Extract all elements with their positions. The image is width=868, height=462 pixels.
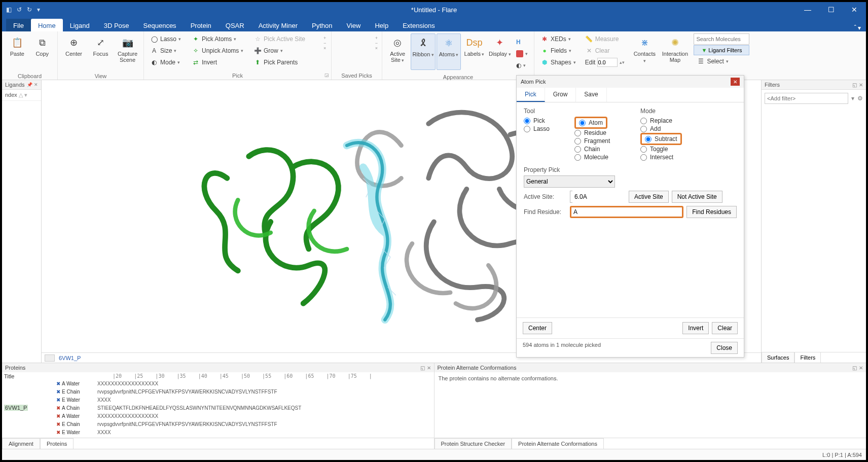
tab-home[interactable]: Home	[31, 19, 63, 31]
radio-target-residue[interactable]: Residue	[574, 129, 625, 137]
atom-pick-tab-save[interactable]: Save	[576, 88, 606, 102]
tab-view[interactable]: View	[339, 19, 368, 31]
find-residues-button[interactable]: Find Residues	[686, 206, 737, 218]
mode-button[interactable]: ◐Mode	[147, 57, 188, 68]
ribbon-style-button[interactable]: 🎗Ribbon	[411, 33, 436, 70]
sequence-row[interactable]: 6VW1_P✖A ChainSTIEEQAKTFLDKFNHEAEDLFYQSS…	[4, 404, 432, 412]
chain-visibility-icon[interactable]: ✖	[55, 397, 62, 403]
sequence-row[interactable]: ✖E ChainrvvpsgdvvrfpnitNLCPFGEVFNATKFPSV…	[4, 387, 432, 396]
chain-visibility-icon[interactable]: ✖	[55, 413, 62, 419]
tab-protein[interactable]: Protein	[184, 19, 219, 31]
search-molecules-input[interactable]	[694, 33, 749, 45]
surface-picker[interactable]: ◐	[513, 60, 531, 71]
labels-button[interactable]: DspLabels	[462, 33, 486, 70]
radio-mode-toggle[interactable]: Toggle	[640, 145, 696, 153]
tab-psc[interactable]: Protein Structure Checker	[435, 438, 512, 449]
pick-active-site-button[interactable]: ☆Pick Active Site	[250, 33, 321, 45]
fields-button[interactable]: ●Fields	[537, 45, 579, 56]
tab-pac[interactable]: Protein Alternate Conformations	[512, 438, 604, 449]
viewport-scroll-left[interactable]	[45, 354, 55, 362]
filter-settings-icon[interactable]: ⚙	[857, 95, 863, 102]
radio-target-molecule[interactable]: Molecule	[574, 153, 625, 161]
ap-invert-button[interactable]: Invert	[682, 322, 709, 334]
chain-visibility-icon[interactable]: ✖	[55, 405, 62, 411]
capture-scene-button[interactable]: 📷Capture Scene	[115, 33, 140, 70]
atoms-style-button[interactable]: ⚛Atoms	[437, 33, 461, 70]
atom-pick-tab-pick[interactable]: Pick	[517, 88, 545, 102]
xeds-button[interactable]: ✱XEDs	[537, 33, 579, 45]
panel-float-icon[interactable]: ◱	[852, 82, 857, 88]
tab-qsar[interactable]: QSAR	[219, 19, 251, 31]
contacts-button[interactable]: ⋇Contacts	[631, 33, 658, 70]
grow-button[interactable]: ➕Grow	[250, 45, 321, 56]
viewport-tab-label[interactable]: 6VW1_P	[59, 355, 81, 361]
copy-button[interactable]: ⧉Copy	[30, 33, 55, 70]
tab-file[interactable]: File	[6, 19, 31, 31]
tab-python[interactable]: Python	[305, 19, 339, 31]
not-active-site-button[interactable]: Not Active Site	[672, 191, 722, 203]
radio-tool-lasso[interactable]: Lasso	[524, 125, 559, 133]
shapes-button[interactable]: ⬢Shapes	[537, 57, 579, 68]
sequence-row[interactable]: ✖A WaterXXXXXXXXXXXXXXXXXX	[4, 412, 432, 420]
sequence-row[interactable]: ✖A WaterXXXXXXXXXXXXXXXXXX	[4, 379, 432, 387]
unpick-atoms-button[interactable]: ✧Unpick Atoms	[189, 45, 249, 56]
invert-button[interactable]: ⇄Invert	[189, 57, 249, 68]
ribbon-collapse-icon[interactable]: ˆ ▾	[854, 24, 861, 31]
add-filter-input[interactable]	[765, 93, 848, 104]
tab-ligand[interactable]: Ligand	[63, 19, 97, 31]
focus-button[interactable]: ⤢Focus	[88, 33, 114, 70]
radio-target-fragment[interactable]: Fragment	[574, 137, 625, 145]
center-button[interactable]: ⊕Center	[61, 33, 87, 70]
color-picker[interactable]	[513, 48, 531, 59]
sequence-row[interactable]: ✖E ChainrvvpsgdvvrfpnitNLCPFGEVFNATKFPSV…	[4, 420, 432, 428]
sequence-row[interactable]: ✖E WaterXXXX	[4, 396, 432, 404]
chain-visibility-icon[interactable]: ✖	[55, 389, 62, 395]
pick-atoms-button[interactable]: ✦Pick Atoms	[189, 33, 249, 45]
radio-mode-subtract[interactable]: Subtract	[645, 135, 677, 143]
tab-alignment[interactable]: Alignment	[2, 438, 40, 449]
edit-value-input[interactable]	[597, 58, 618, 67]
radio-tool-pick[interactable]: Pick	[524, 117, 559, 125]
select-button[interactable]: ☰Select	[694, 56, 749, 67]
atom-pick-tab-grow[interactable]: Grow	[545, 88, 576, 102]
chain-visibility-icon[interactable]: ✖	[55, 421, 62, 427]
tab-help[interactable]: Help	[368, 19, 395, 31]
active-site-dropdown[interactable]: ◎Active Site	[385, 33, 410, 70]
ligand-filters-button[interactable]: ▼ Ligand Filters	[694, 45, 749, 55]
tab-sequences[interactable]: Sequences	[136, 19, 184, 31]
measure-button[interactable]: 📏Measure	[582, 33, 628, 45]
clear-button[interactable]: ✕Clear	[582, 45, 628, 56]
pick-parents-button[interactable]: ⬆Pick Parents	[250, 57, 321, 68]
radio-mode-add[interactable]: Add	[640, 125, 696, 133]
maximize-button[interactable]: ☐	[819, 2, 843, 17]
display-button[interactable]: ✦Display	[488, 33, 512, 70]
sequence-row[interactable]: ✖E WaterXXXX	[4, 428, 432, 436]
system-menu-icons[interactable]: ◧↺↻▾	[2, 6, 40, 13]
ligands-col-header[interactable]: ndex △ ▾	[2, 90, 41, 101]
radio-target-atom[interactable]: Atom	[579, 119, 603, 127]
tab-proteins[interactable]: Proteins	[40, 438, 74, 449]
ap-center-button[interactable]: Center	[523, 322, 552, 334]
paste-button[interactable]: 📋Paste	[5, 33, 29, 70]
size-button[interactable]: ASize	[147, 45, 188, 56]
chain-visibility-icon[interactable]: ✖	[55, 381, 62, 386]
minimize-button[interactable]: —	[796, 2, 819, 17]
close-button[interactable]: ✕	[843, 2, 866, 17]
tab-surfaces[interactable]: Surfaces	[762, 352, 794, 363]
chain-visibility-icon[interactable]: ✖	[55, 430, 62, 435]
ap-close-button[interactable]: Close	[711, 342, 738, 354]
atom-pick-close-icon[interactable]: ✕	[731, 78, 740, 86]
pick-group-launcher-icon[interactable]: ◲	[324, 73, 329, 78]
find-residue-input[interactable]	[570, 206, 683, 218]
panel-close-icon[interactable]: ✕	[859, 82, 863, 88]
property-pick-select[interactable]: General	[524, 175, 615, 188]
radio-target-chain[interactable]: Chain	[574, 145, 625, 153]
interaction-map-button[interactable]: ✺Interaction Map	[661, 33, 689, 70]
tab-activity-miner[interactable]: Activity Miner	[251, 19, 305, 31]
tab-extensions[interactable]: Extensions	[395, 19, 442, 31]
tab-3dpose[interactable]: 3D Pose	[97, 19, 136, 31]
panel-pin-icon[interactable]: 📌 ✕	[27, 82, 38, 87]
lasso-button[interactable]: ◯Lasso	[147, 33, 188, 45]
radio-mode-intersect[interactable]: Intersect	[640, 153, 696, 161]
radio-mode-replace[interactable]: Replace	[640, 117, 696, 125]
